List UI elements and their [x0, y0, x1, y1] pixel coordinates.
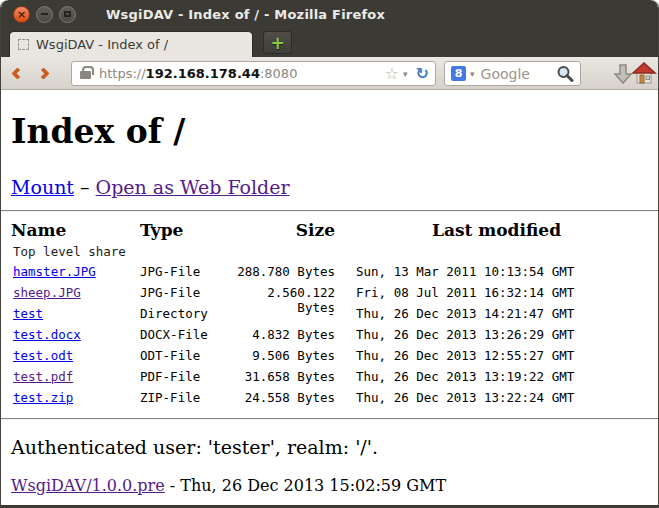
- default-favicon-icon: [18, 39, 29, 50]
- generated-timestamp: - Thu, 26 Dec 2013 15:02:59 GMT: [165, 476, 446, 495]
- file-modified: Thu, 26 Dec 2013 13:26:29 GMT: [335, 327, 658, 342]
- file-link[interactable]: test.odt: [13, 348, 73, 363]
- table-row: test Directory - Thu, 26 Dec 2013 14:21:…: [11, 306, 658, 327]
- server-footer: WsgiDAV/1.0.0.pre - Thu, 26 Dec 2013 15:…: [11, 476, 658, 495]
- url-scheme: https://: [99, 66, 146, 81]
- file-size: 4.832 Bytes: [230, 327, 335, 342]
- divider-top: [1, 210, 658, 212]
- file-size: 9.506 Bytes: [230, 348, 335, 363]
- page-title: Index of /: [11, 114, 658, 150]
- reload-icon[interactable]: ↻: [416, 66, 429, 82]
- file-link[interactable]: test.zip: [13, 390, 73, 405]
- file-size: 24.558 Bytes: [230, 390, 335, 405]
- header-name: Name: [11, 220, 140, 240]
- url-host: 192.168.178.44: [146, 66, 260, 81]
- url-bar[interactable]: https://192.168.178.44:8080 ☆ ▾ ↻: [71, 61, 436, 86]
- lock-icon: [80, 71, 91, 79]
- window-controls: ×: [13, 6, 76, 23]
- file-modified: Thu, 26 Dec 2013 14:21:47 GMT: [335, 306, 658, 321]
- google-logo-icon[interactable]: 8: [451, 66, 466, 81]
- file-link[interactable]: test.docx: [13, 327, 81, 342]
- table-row: test.zip ZIP-File 24.558 Bytes Thu, 26 D…: [11, 390, 658, 411]
- file-table: Name Type Size Last modified Top level s…: [11, 220, 658, 411]
- url-text[interactable]: https://192.168.178.44:8080: [99, 66, 385, 81]
- link-separator: –: [74, 176, 96, 198]
- minimize-icon: [41, 13, 48, 15]
- file-modified: Thu, 26 Dec 2013 12:55:27 GMT: [335, 348, 658, 363]
- forward-button[interactable]: [37, 67, 50, 80]
- file-modified: Sun, 13 Mar 2011 10:13:54 GMT: [335, 264, 658, 279]
- window-title: WsgiDAV - Index of / - Mozilla Firefox: [106, 7, 385, 22]
- url-port: :8080: [260, 66, 297, 81]
- file-link[interactable]: hamster.JPG: [13, 264, 96, 279]
- header-last-modified: Last modified: [335, 220, 658, 240]
- file-type: Directory: [140, 306, 230, 321]
- file-type: ODT-File: [140, 348, 230, 363]
- close-window-button[interactable]: ×: [13, 6, 30, 23]
- maximize-icon: [64, 11, 71, 17]
- table-row: hamster.JPG JPG-File 288.780 Bytes Sun, …: [11, 264, 658, 285]
- file-type: PDF-File: [140, 369, 230, 384]
- divider-bottom: [1, 418, 658, 420]
- back-button[interactable]: [11, 67, 24, 80]
- file-modified: Fri, 08 Jul 2011 16:32:14 GMT: [335, 285, 658, 300]
- wsgidav-version-link[interactable]: WsgiDAV/1.0.0.pre: [11, 476, 165, 495]
- file-type: DOCX-File: [140, 327, 230, 342]
- file-link[interactable]: test: [13, 306, 43, 321]
- file-size: 31.658 Bytes: [230, 369, 335, 384]
- header-size: Size: [230, 220, 335, 240]
- file-modified: Thu, 26 Dec 2013 13:19:22 GMT: [335, 369, 658, 384]
- titlebar: × WsgiDAV - Index of / - Mozilla Firefox: [1, 0, 658, 28]
- file-modified: Thu, 26 Dec 2013 13:22:24 GMT: [335, 390, 658, 405]
- search-engine-dropdown-icon[interactable]: ▾: [470, 69, 475, 79]
- file-link[interactable]: sheep.JPG: [13, 285, 81, 300]
- firefox-window: × WsgiDAV - Index of / - Mozilla Firefox…: [0, 0, 659, 508]
- bookmark-star-icon[interactable]: ☆: [385, 66, 399, 82]
- auth-status-text: Authenticated user: 'tester', realm: '/'…: [11, 436, 658, 458]
- table-row: test.pdf PDF-File 31.658 Bytes Thu, 26 D…: [11, 369, 658, 390]
- file-type: JPG-File: [140, 285, 230, 300]
- new-tab-button[interactable]: +: [263, 31, 292, 54]
- table-row: sheep.JPG JPG-File 2.560.122 Bytes Fri, …: [11, 285, 658, 306]
- maximize-window-button[interactable]: [59, 6, 76, 23]
- table-row: test.odt ODT-File 9.506 Bytes Thu, 26 De…: [11, 348, 658, 369]
- action-links: Mount – Open as Web Folder: [11, 176, 658, 198]
- navigation-toolbar: https://192.168.178.44:8080 ☆ ▾ ↻ 8 ▾ Go…: [1, 57, 658, 90]
- minimize-window-button[interactable]: [36, 6, 53, 23]
- share-note-row: Top level share: [11, 244, 658, 264]
- table-header-row: Name Type Size Last modified: [11, 220, 658, 244]
- search-magnifier-icon[interactable]: [556, 65, 574, 83]
- tab-wsgidav[interactable]: WsgiDAV - Index of /: [9, 31, 253, 57]
- home-icon: [631, 61, 657, 86]
- tab-label: WsgiDAV - Index of /: [36, 37, 168, 52]
- table-row: test.docx DOCX-File 4.832 Bytes Thu, 26 …: [11, 327, 658, 348]
- search-box[interactable]: 8 ▾ Google: [444, 61, 581, 86]
- file-type: ZIP-File: [140, 390, 230, 405]
- open-as-web-folder-link[interactable]: Open as Web Folder: [96, 176, 290, 198]
- home-button[interactable]: [631, 61, 657, 86]
- file-size: -: [230, 306, 335, 321]
- mount-link[interactable]: Mount: [11, 176, 74, 198]
- search-input[interactable]: Google: [481, 66, 556, 82]
- file-type: JPG-File: [140, 264, 230, 279]
- tab-bar: WsgiDAV - Index of / +: [1, 28, 658, 57]
- header-type: Type: [140, 220, 230, 240]
- file-size: 288.780 Bytes: [230, 264, 335, 279]
- url-dropdown-icon[interactable]: ▾: [403, 69, 408, 79]
- page-content: Index of / Mount – Open as Web Folder Na…: [1, 114, 658, 508]
- file-link[interactable]: test.pdf: [13, 369, 73, 384]
